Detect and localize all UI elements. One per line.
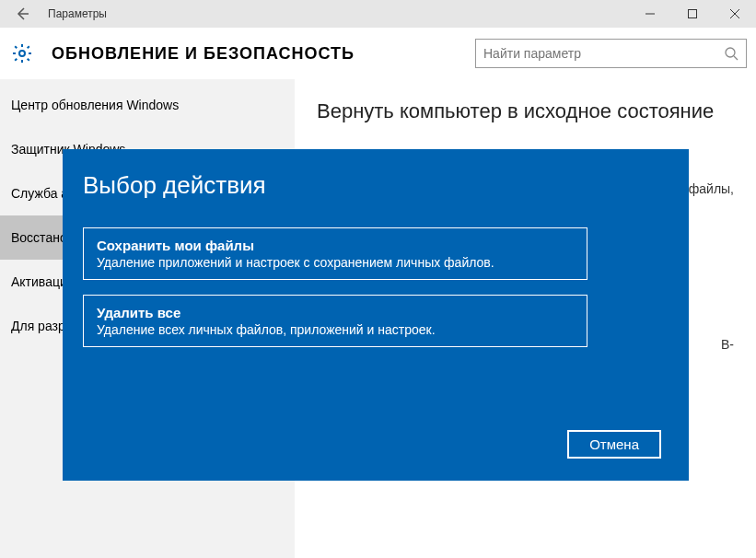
content-heading: Вернуть компьютер в исходное состояние: [317, 98, 734, 125]
maximize-icon: [688, 9, 697, 18]
reset-choice-dialog: Выбор действия Сохранить мои файлы Удале…: [63, 149, 689, 481]
search-box[interactable]: [475, 39, 747, 68]
cancel-button[interactable]: Отмена: [567, 430, 661, 459]
dialog-title: Выбор действия: [83, 171, 669, 200]
close-icon: [730, 9, 739, 18]
settings-gear-icon: [9, 41, 35, 66]
page-heading: ОБНОВЛЕНИЕ И БЕЗОПАСНОСТЬ: [52, 44, 355, 64]
option-description: Удаление всех личных файлов, приложений …: [97, 322, 574, 337]
option-title: Удалить все: [97, 305, 574, 320]
sidebar-item-windows-update[interactable]: Центр обновления Windows: [0, 83, 295, 127]
search-icon: [724, 46, 739, 61]
svg-point-5: [726, 48, 735, 57]
header: ОБНОВЛЕНИЕ И БЕЗОПАСНОСТЬ: [0, 28, 756, 79]
svg-point-4: [19, 51, 25, 56]
svg-rect-1: [689, 10, 697, 18]
minimize-button[interactable]: [629, 0, 671, 28]
sidebar-item-label: Центр обновления Windows: [11, 98, 179, 112]
titlebar: Параметры: [0, 0, 756, 28]
svg-line-6: [734, 56, 738, 60]
option-keep-files[interactable]: Сохранить мои файлы Удаление приложений …: [83, 227, 587, 280]
maximize-button[interactable]: [671, 0, 714, 28]
window-controls: [629, 0, 756, 28]
minimize-icon: [646, 9, 655, 18]
search-input[interactable]: [483, 46, 724, 61]
option-title: Сохранить мои файлы: [97, 238, 574, 253]
arrow-left-icon: [15, 6, 29, 21]
close-button[interactable]: [714, 0, 756, 28]
window-title: Параметры: [48, 7, 107, 20]
back-button[interactable]: [7, 6, 37, 21]
option-remove-everything[interactable]: Удалить все Удаление всех личных файлов,…: [83, 295, 587, 347]
option-description: Удаление приложений и настроек с сохране…: [97, 255, 574, 270]
